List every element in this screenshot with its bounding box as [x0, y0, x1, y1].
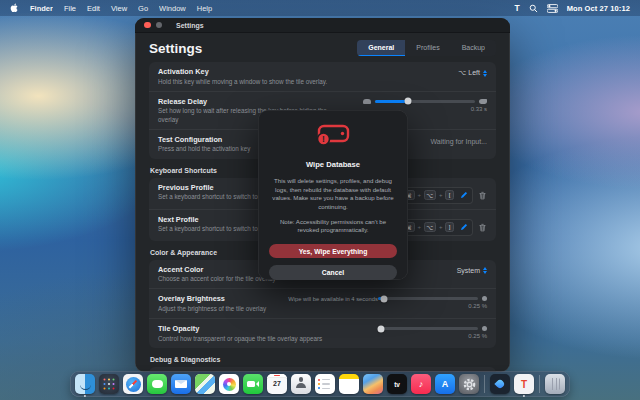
dock-music-icon[interactable]: ♪	[411, 374, 431, 394]
dock-messages-icon[interactable]	[147, 374, 167, 394]
tiling-app-menubar-icon[interactable]: T	[515, 3, 520, 13]
tile-opacity-slider[interactable]	[378, 327, 478, 330]
tab-backup[interactable]: Backup	[451, 40, 496, 56]
row-title: Release Delay	[158, 97, 330, 106]
row-subtitle: Choose an accent color for the tile over…	[158, 275, 276, 283]
key-separator: +	[439, 224, 443, 230]
menu-item-file[interactable]: File	[64, 4, 76, 13]
tv-label: tv	[394, 381, 399, 388]
dock-calendar-icon[interactable]: 27	[267, 374, 287, 394]
row-title: Overlay Brightness	[158, 294, 266, 303]
tab-bar: General Profiles Backup	[357, 40, 496, 56]
dock-facetime-icon[interactable]	[243, 374, 263, 394]
slider-thumb[interactable]	[381, 295, 388, 302]
key-separator: +	[439, 192, 443, 198]
delete-shortcut-trash-icon[interactable]	[478, 191, 487, 200]
calendar-day-number: 27	[273, 380, 281, 387]
svg-text:!: !	[322, 134, 325, 144]
row-subtitle: Press and hold the activation key	[158, 145, 250, 153]
minimize-window-button[interactable]	[156, 22, 163, 29]
dock-utility-app-icon[interactable]	[490, 374, 510, 394]
dock-media-app-icon[interactable]	[363, 374, 383, 394]
menu-item-view[interactable]: View	[111, 4, 127, 13]
section-header-debug-diagnostics: Debug & Diagnostics	[150, 356, 495, 363]
window-titlebar[interactable]: Settings	[135, 18, 510, 33]
tab-general[interactable]: General	[357, 40, 405, 56]
tile-opacity-value: 0.25 %	[468, 333, 487, 339]
edit-pencil-icon[interactable]	[460, 191, 468, 199]
menu-item-finder[interactable]: Finder	[30, 4, 53, 13]
dock-divider	[539, 375, 540, 393]
opacity-icon	[482, 326, 487, 331]
dock-tiling-app-icon[interactable]: T	[514, 374, 534, 394]
tab-profiles[interactable]: Profiles	[405, 40, 450, 56]
popup-value: ⌥ Left	[458, 69, 480, 77]
overlay-brightness-slider[interactable]	[378, 297, 478, 300]
row-activation-key: Activation Key Hold this key while movin…	[149, 62, 496, 91]
slider-thumb[interactable]	[405, 98, 412, 105]
row-subtitle: Adjust the brightness of the tile overla…	[158, 305, 266, 313]
spotlight-search-icon[interactable]	[529, 4, 538, 13]
wipe-countdown-text: Wipe will be available in 4 seconds	[288, 296, 378, 302]
dock-launchpad-icon[interactable]	[99, 374, 119, 394]
delete-shortcut-trash-icon[interactable]	[478, 223, 487, 232]
key-option: ⌥	[424, 222, 437, 232]
window-title: Settings	[176, 22, 204, 29]
wipe-database-dialog: ! Wipe Database This will delete setting…	[258, 110, 408, 280]
row-title: Tile Opacity	[158, 324, 322, 333]
row-title: Test Configuration	[158, 135, 250, 144]
cancel-button[interactable]: Cancel	[269, 265, 397, 280]
tiling-app-label: T	[521, 379, 527, 390]
chevron-up-down-icon	[483, 70, 487, 77]
confirm-wipe-button[interactable]: Yes, Wipe Everything	[269, 244, 397, 259]
key-separator: +	[418, 224, 422, 230]
dialog-body-text: This will delete settings, profiles, and…	[269, 177, 397, 212]
dock-maps-icon[interactable]	[195, 374, 215, 394]
popup-value: System	[457, 267, 480, 274]
brightness-icon	[482, 296, 487, 301]
dialog-note-text: Note: Accessibility permissions can't be…	[269, 218, 397, 235]
dock-safari-icon[interactable]	[123, 374, 143, 394]
dock-appstore-icon[interactable]: A	[435, 374, 455, 394]
overlay-brightness-value: 0.25 %	[468, 303, 487, 309]
row-subtitle: Hold this key while moving a window to s…	[158, 78, 327, 86]
menu-item-go[interactable]: Go	[138, 4, 148, 13]
menu-item-help[interactable]: Help	[197, 4, 212, 13]
dock-reminders-icon[interactable]	[315, 374, 335, 394]
row-tile-opacity: Tile Opacity Control how transparent or …	[149, 318, 496, 348]
slider-thumb[interactable]	[378, 325, 385, 332]
previous-profile-shortcut[interactable]: ⌘ + ⌥ + [	[398, 187, 472, 204]
dock-trash-icon[interactable]	[545, 374, 565, 394]
activation-key-popup[interactable]: ⌥ Left	[458, 67, 487, 77]
menu-item-window[interactable]: Window	[159, 4, 186, 13]
dock-tv-icon[interactable]: tv	[387, 374, 407, 394]
page-title: Settings	[149, 41, 202, 56]
key-close-bracket: ]	[445, 222, 454, 232]
row-title: Activation Key	[158, 67, 327, 76]
dock-system-settings-icon[interactable]	[459, 374, 479, 394]
dock-mail-icon[interactable]	[171, 374, 191, 394]
menu-item-edit[interactable]: Edit	[87, 4, 100, 13]
row-overlay-brightness: Overlay Brightness Adjust the brightness…	[149, 288, 496, 318]
control-center-icon[interactable]	[547, 4, 558, 13]
key-separator: +	[418, 192, 422, 198]
dock-finder-icon[interactable]	[75, 374, 95, 394]
key-option: ⌥	[424, 190, 437, 200]
row-subtitle: Control how transparent or opaque the ti…	[158, 335, 322, 343]
apple-menu-icon[interactable]	[10, 3, 19, 13]
release-delay-slider[interactable]	[375, 100, 475, 103]
close-window-button[interactable]	[144, 22, 151, 29]
accent-color-popup[interactable]: System	[457, 265, 487, 274]
music-note-glyph: ♪	[419, 379, 424, 389]
external-drive-warning-icon: !	[315, 123, 351, 151]
dock-contacts-icon[interactable]	[291, 374, 311, 394]
key-open-bracket: [	[445, 190, 454, 200]
desktop: Finder File Edit View Go Window Help T M…	[0, 0, 640, 400]
dock-photos-icon[interactable]	[219, 374, 239, 394]
menu-bar: Finder File Edit View Go Window Help T M…	[0, 0, 640, 16]
dock-notes-icon[interactable]	[339, 374, 359, 394]
release-delay-value: 0.33 s	[471, 106, 487, 112]
menubar-clock[interactable]: Mon Oct 27 10:12	[567, 4, 630, 13]
edit-pencil-icon[interactable]	[460, 223, 468, 231]
next-profile-shortcut[interactable]: ⌘ + ⌥ + ]	[398, 219, 472, 236]
